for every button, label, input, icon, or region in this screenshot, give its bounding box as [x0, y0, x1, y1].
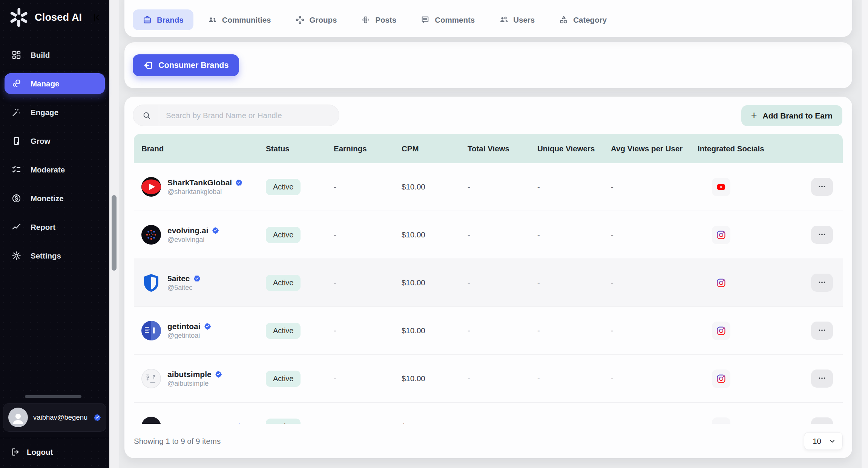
status-badge: Active [266, 179, 301, 195]
brand-row[interactable]: matthew_berman Active $10.00 [134, 403, 843, 424]
youtube-icon[interactable] [712, 417, 730, 424]
table-footer: Showing 1 to 9 of 9 items 10 [134, 424, 843, 458]
sidebar-item-monetize[interactable]: Monetize [5, 188, 105, 209]
avg-views-cell: - [611, 230, 698, 239]
status-badge: Active [266, 371, 301, 387]
tab-communities[interactable]: Communities [198, 9, 281, 30]
brand-row[interactable]: SharkTankGlobal @sharktankglobal Active … [134, 163, 843, 211]
avg-views-cell: - [611, 326, 698, 335]
unique-viewers-cell: - [537, 230, 611, 239]
row-actions-button[interactable] [811, 322, 833, 340]
brand-row[interactable]: evolving.ai @evolvingai Active - $10.00 … [134, 211, 843, 259]
verified-badge-icon [215, 371, 222, 378]
total-views-cell: - [468, 182, 537, 191]
network-icon [295, 15, 305, 25]
brand-cell: aibutsimple @aibutsimple [141, 369, 266, 388]
brand-name: getintoai [167, 322, 201, 330]
phone-play-icon [11, 136, 21, 146]
row-actions-button[interactable] [811, 369, 833, 388]
ellipsis-icon [817, 229, 827, 240]
user-email: vaibhav@begenu... [33, 413, 88, 422]
instagram-icon[interactable] [712, 369, 730, 388]
sidebar-item-settings[interactable]: Settings [5, 245, 105, 266]
sidebar-item-build[interactable]: Build [5, 45, 105, 65]
youtube-icon[interactable] [712, 178, 730, 196]
main-area: Brands Communities Groups Posts Comments… [109, 0, 868, 468]
row-actions-button[interactable] [811, 226, 833, 244]
checklist-icon [11, 165, 21, 175]
briefcase-icon [143, 15, 152, 25]
logout-button[interactable]: Logout [0, 438, 109, 468]
cpm-cell: $10.00 [402, 374, 468, 383]
brand-handle: @sharktankglobal [167, 188, 242, 195]
avg-views-cell: - [611, 182, 698, 191]
unique-viewers-cell: - [537, 182, 611, 191]
status-badge: Active [266, 275, 301, 291]
brand-handle: @getintoai [167, 332, 211, 339]
row-actions-button[interactable] [811, 417, 833, 424]
sidebar-item-moderate[interactable]: Moderate [5, 159, 105, 180]
brand-type-bar: Consumer Brands [124, 42, 852, 88]
status-badge: Active [266, 419, 301, 424]
brand-row[interactable]: aibutsimple @aibutsimple Active - $10.00… [134, 355, 843, 403]
page-size-value: 10 [813, 437, 821, 446]
sidebar-item-grow[interactable]: Grow [5, 131, 105, 151]
instagram-icon[interactable] [712, 322, 730, 340]
earnings-cell: - [334, 374, 402, 383]
tab-posts[interactable]: Posts [351, 9, 406, 30]
search-bar[interactable] [133, 105, 339, 126]
unique-viewers-cell: - [537, 278, 611, 287]
phone-posts-icon [361, 15, 370, 25]
brand-name: aibutsimple [167, 370, 212, 378]
instagram-icon[interactable] [712, 226, 730, 244]
add-brand-button[interactable]: + Add Brand to Earn [741, 105, 842, 126]
brands-table-card: + Add Brand to Earn BrandStatusEarningsC… [124, 97, 852, 458]
blue-text-avatar [141, 321, 161, 340]
brand-name: evolving.ai [167, 226, 209, 234]
table-body: SharkTankGlobal @sharktankglobal Active … [134, 163, 843, 424]
unique-viewers-cell: - [537, 326, 611, 335]
youtube-play-avatar [141, 177, 161, 197]
sidebar-item-manage[interactable]: Manage [5, 73, 105, 94]
tab-comments[interactable]: Comments [411, 9, 485, 30]
content-scrollbar-thumb[interactable] [112, 195, 117, 271]
top-tab-bar: Brands Communities Groups Posts Comments… [124, 0, 852, 37]
users-icon [499, 15, 508, 25]
cpm-cell: $10.00 [402, 326, 468, 335]
verified-badge-icon [212, 227, 219, 234]
total-views-cell: - [468, 278, 537, 287]
tab-brands[interactable]: Brands [133, 9, 193, 30]
tab-groups[interactable]: Groups [285, 9, 347, 30]
chevron-down-icon [828, 437, 836, 445]
search-icon [142, 111, 151, 120]
row-actions-button[interactable] [811, 274, 833, 292]
consumer-brands-label: Consumer Brands [158, 61, 229, 70]
brand-row[interactable]: 5aitec @5aitec Active - $10.00 - - - [134, 259, 843, 307]
earnings-cell: - [334, 326, 402, 335]
user-card[interactable]: vaibhav@begenu... [3, 403, 106, 432]
cpm-cell: $10.00 [402, 182, 468, 191]
brand-row[interactable]: getintoai @getintoai Active - $10.00 - -… [134, 307, 843, 355]
total-views-cell: - [468, 230, 537, 239]
tab-users[interactable]: Users [489, 9, 544, 30]
cpm-cell: $10.00 [402, 278, 468, 287]
page-size-select[interactable]: 10 [804, 432, 843, 450]
earnings-cell: - [334, 182, 402, 191]
trend-icon [11, 222, 21, 232]
brand-handle: @5aitec [167, 284, 201, 291]
comment-icon [420, 15, 430, 25]
brand-cell: SharkTankGlobal @sharktankglobal [141, 177, 266, 197]
sidebar-scroll-indicator [25, 395, 81, 398]
column-header-avg-views-per-user: Avg Views per User [611, 144, 698, 153]
tab-category[interactable]: Category [549, 9, 616, 30]
column-header-total-views: Total Views [468, 144, 537, 153]
search-input[interactable] [159, 111, 331, 120]
row-actions-button[interactable] [811, 178, 833, 196]
collapse-sidebar-icon[interactable] [91, 12, 101, 23]
sidebar-item-engage[interactable]: Engage [5, 102, 105, 123]
consumer-brands-button[interactable]: Consumer Brands [133, 54, 239, 76]
sidebar-item-report[interactable]: Report [5, 217, 105, 237]
instagram-icon[interactable] [712, 274, 730, 292]
unique-viewers-cell: - [537, 374, 611, 383]
column-header-status: Status [266, 144, 334, 153]
